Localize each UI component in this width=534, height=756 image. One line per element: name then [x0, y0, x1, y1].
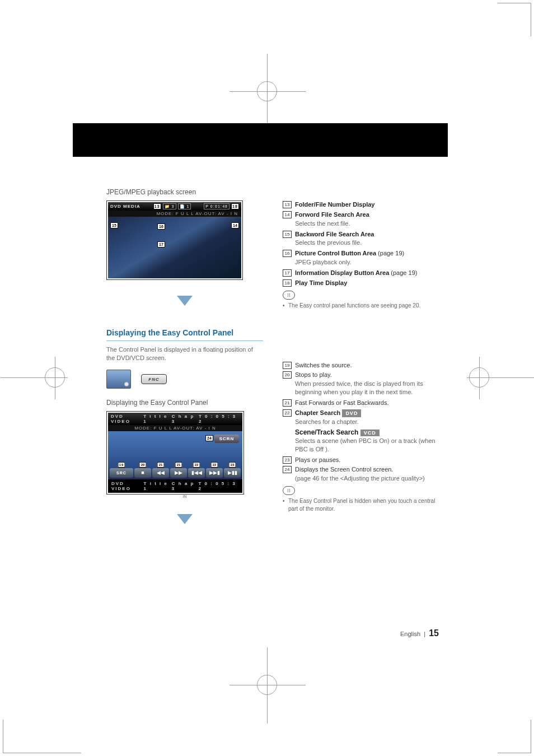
callout-16: 16 — [157, 223, 165, 230]
section-desc: The Control Panel is displayed in a floa… — [106, 346, 263, 363]
note-icon: ⁝⁝ — [283, 291, 295, 300]
stop-button[interactable]: 20■ — [134, 468, 151, 478]
scrn-button[interactable]: SCRN — [214, 435, 239, 443]
callout-13: 13 — [153, 203, 161, 209]
callout-21b: 21 — [175, 462, 182, 468]
prev-chapter-button[interactable]: 22▮◀◀ — [188, 468, 205, 478]
src-button[interactable]: 19 SRC — [110, 468, 133, 478]
folder-indicator: 📁 3 — [163, 203, 176, 209]
dvd-badge: DVD — [342, 409, 361, 417]
disc-thumbnail-icon — [106, 370, 131, 389]
screen2-title: DVD VIDEO — [111, 414, 143, 424]
control-strip: 19 SRC 20■ 21◀◀ 21▶▶ 22▮◀◀ 22▶▶▮ 23▶▮▮ — [108, 467, 242, 479]
forward-button[interactable]: 21▶▶ — [170, 468, 187, 478]
page-footer: English | 15 — [400, 628, 439, 638]
legend-list-2: 19Switches the source. 20Stops to play. … — [283, 361, 439, 483]
callout-20: 20 — [139, 462, 147, 468]
arrow-down-icon-2 — [177, 514, 193, 524]
photo-area: 15 14 16 17 — [108, 217, 241, 278]
callout-15: 15 — [110, 222, 118, 228]
callout-19: 19 — [118, 462, 125, 468]
playtime-indicator: P 0:01:48 — [204, 203, 229, 209]
vcd-badge: VCD — [360, 430, 380, 436]
next-chapter-button[interactable]: 22▶▶▮ — [206, 468, 223, 478]
callout-17: 17 — [157, 241, 165, 248]
arrow-down-icon — [177, 296, 193, 306]
jpeg-playback-screen: DVD MEDIA 13 📁 3 📄 1 P 0:01:48 18 MODE: … — [106, 200, 243, 280]
callout-24: 24 — [205, 435, 213, 441]
callout-21a: 21 — [157, 462, 165, 468]
screen1-title: DVD MEDIA — [110, 204, 140, 209]
chapter-header-bar — [73, 123, 448, 157]
legend-list-1: 13Folder/File Number Display 14Forword F… — [283, 200, 439, 287]
callout-23: 23 — [229, 462, 236, 468]
note-1: The Easy control panel functions are see… — [283, 302, 439, 310]
file-indicator: 📄 1 — [178, 203, 191, 209]
callout-22a: 22 — [193, 462, 200, 468]
caption-2: Displaying the Easy Control Panel — [106, 399, 263, 407]
jpeg-caption: JPEG/MPEG playback screen — [106, 188, 263, 196]
section-title: Displaying the Easy Control Panel — [106, 328, 263, 337]
in-label: IN — [106, 494, 263, 498]
note-icon-2: ⁝⁝ — [283, 486, 295, 495]
callout-22b: 22 — [211, 462, 218, 468]
mode-bar: MODE: F U L L AV-OUT: AV - I N — [108, 211, 241, 217]
easy-control-panel-screen: DVD VIDEO T i t l e 1 C h a p 3 T 0 : 0 … — [106, 411, 244, 494]
note-2: The Easy Control Panel is hidden when yo… — [283, 497, 439, 513]
rewind-button[interactable]: 21◀◀ — [152, 468, 169, 478]
play-pause-button[interactable]: 23▶▮▮ — [224, 468, 241, 478]
mode-bar-2: MODE: F U L L AV-OUT: AV - I N — [108, 425, 242, 431]
fnc-button[interactable]: FNC — [141, 374, 167, 384]
callout-14: 14 — [231, 222, 239, 228]
callout-18: 18 — [231, 203, 239, 209]
